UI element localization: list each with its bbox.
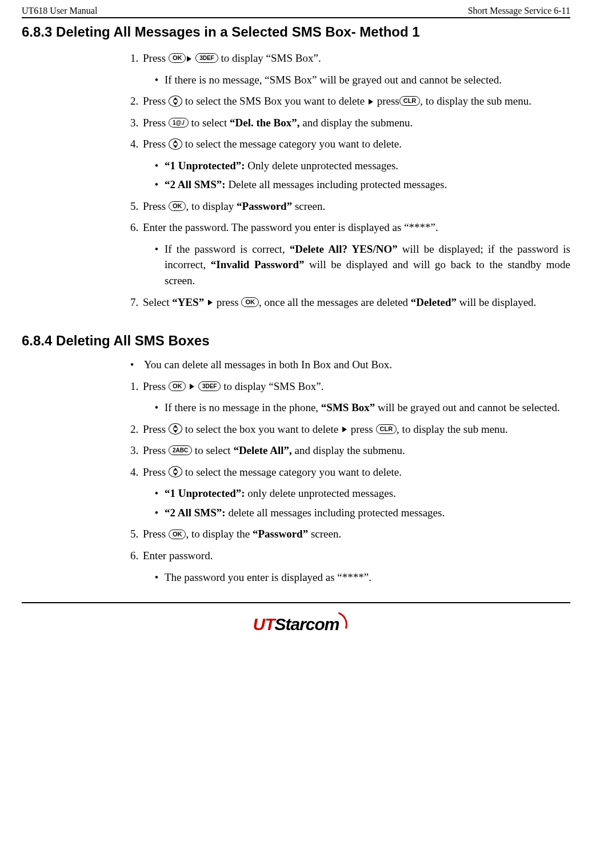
step-number: 7. [130,294,143,310]
section-683-title: 6.8.3 Deleting All Messages in a Selecte… [22,24,570,40]
step-number: 5. [130,198,143,214]
step-number: 5. [130,526,143,542]
step-content: Press OK 3DEF to display “SMS Box”. [143,379,570,395]
bullet-icon [149,158,165,174]
text: Press [143,528,169,540]
nav-key-icon [169,466,182,477]
bullet-text: “1 Unprotected”: only delete unprotected… [165,485,570,501]
bullet-icon [149,570,165,586]
arrow-icon [187,56,191,62]
text: , once all the messages are deleted [259,296,411,308]
bullets: If there is no message in the phone, “SM… [149,400,570,416]
bold-text: “Invalid Password” [211,258,305,270]
text: Select [143,296,172,308]
footer-divider [22,602,570,603]
text: to select [192,444,233,456]
bullet-icon [149,485,165,501]
section-684-title: 6.8.4 Deleting All SMS Boxes [22,333,570,349]
step-content: Press 1@./ to select “Del. the Box”, and… [143,115,570,131]
step-683-1: 1. Press OK 3DEF to display “SMS Box”. [130,50,570,66]
bullet: If there is no message in the phone, “SM… [149,400,570,416]
text: , to display the sub menu. [397,423,508,435]
text: press [214,296,242,308]
bullet-text: If there is no message, “SMS Box” will b… [165,72,570,88]
bullet-text: If the password is correct, “Delete All?… [165,241,570,289]
bullet-text: If there is no message in the phone, “SM… [165,400,570,416]
step-684-5: 5. Press OK, to display the “Password” s… [130,526,570,542]
step-content: Press to select the message category you… [143,136,570,152]
step-number: 3. [130,443,143,459]
step-content: Enter password. [143,548,570,564]
text: , to display [186,200,237,212]
bullet: “2 All SMS”: delete all messages includi… [149,505,570,521]
text: will be displayed. [457,296,536,308]
step-content: Press to select the message category you… [143,464,570,480]
step-content: Press OK, to display “Password” screen. [143,198,570,214]
step-684-6: 6. Enter password. [130,548,570,564]
bullet: If the password is correct, “Delete All?… [149,241,570,289]
footer-logo-wrap: UTStarcom [22,615,570,634]
step-683-5: 5. Press OK, to display “Password” scree… [130,198,570,214]
logo-ut: UT [253,615,274,634]
ok-key-icon: OK [241,297,259,307]
intro-text: You can delete all messages in both In B… [144,357,392,373]
text: will be grayed out and cannot be selecte… [375,401,559,413]
page: UT618 User Manual Short Message Service … [0,0,592,868]
ok-key-icon: OK [169,381,186,391]
text: to display “SMS Box”. [221,380,323,392]
step-684-4: 4. Press to select the message category … [130,464,570,480]
text: to select the message category you want … [182,466,402,478]
bold-text: “YES” [172,296,204,308]
text: Press [143,466,169,478]
intro-bullet: You can delete all messages in both In B… [130,357,570,373]
three-key-icon: 3DEF [195,53,218,63]
text: Delete all messages including protected … [226,178,447,190]
step-683-3: 3. Press 1@./ to select “Del. the Box”, … [130,115,570,131]
bold-text: “Delete All”, [233,444,291,456]
step-number: 6. [130,548,143,564]
one-key-icon: 1@./ [169,118,189,128]
text: press [374,95,399,107]
step-683-2: 2. Press to select the SMS Box you want … [130,93,570,109]
ok-key-icon: OK [169,201,186,211]
clr-key-icon: CLR [376,424,397,434]
step-number: 4. [130,464,143,480]
nav-key-icon [169,95,182,107]
three-key-icon: 3DEF [198,381,221,391]
text: and display the submenu. [299,117,413,129]
bold-text: “SMS Box” [321,401,375,413]
step-content: Press OK, to display the “Password” scre… [143,526,570,542]
bullet-icon [149,72,165,88]
nav-key-icon [169,138,182,150]
step-number: 1. [130,379,143,395]
step-684-2: 2. Press to select the box you want to d… [130,421,570,437]
bullets: The password you enter is displayed as “… [149,570,570,586]
text: Press [143,380,169,392]
text: Press [143,95,169,107]
step-content: Press to select the box you want to dele… [143,421,570,437]
text: screen. [308,528,341,540]
bullet-text: “2 All SMS”: delete all messages includi… [165,505,570,521]
text: If the password is correct, [165,243,290,255]
text: and display the submenu. [292,444,405,456]
text: Press [143,200,169,212]
step-684-3: 3. Press 2ABC to select “Delete All”, an… [130,443,570,459]
text: only delete unprotected messages. [245,487,396,499]
text: to select the message category you want … [182,138,402,150]
bold-text: “Deleted” [411,296,457,308]
bold-text: “2 All SMS”: [165,178,226,190]
bullet: “1 Unprotected”: only delete unprotected… [149,485,570,501]
bold-text: “1 Unprotected”: [165,160,245,172]
bold-text: “Del. the Box”, [230,117,299,129]
two-key-icon: 2ABC [169,445,192,455]
bold-text: “Password” [237,200,292,212]
text: Press [143,423,169,435]
step-number: 2. [130,93,143,109]
bullet: The password you enter is displayed as “… [149,570,570,586]
text: to display “SMS Box”. [218,52,321,64]
bullet: “1 Unprotected”: Only delete unprotected… [149,158,570,174]
step-number: 3. [130,115,143,131]
bullets: If there is no message, “SMS Box” will b… [149,72,570,88]
section-684-body: You can delete all messages in both In B… [130,357,570,585]
bullets: “1 Unprotected”: only delete unprotected… [149,485,570,520]
